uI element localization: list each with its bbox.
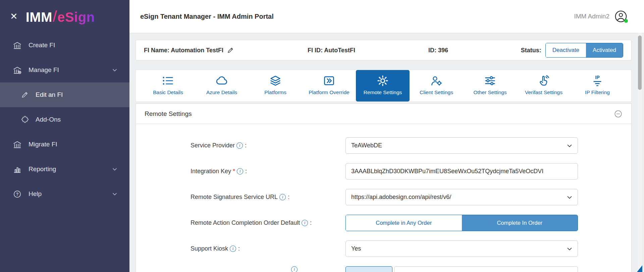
fi-id-text: FI ID: AutoTestFI: [308, 47, 428, 54]
hand-signal-icon: [537, 74, 550, 87]
tab-other-settings[interactable]: Other Settings: [463, 70, 517, 101]
logged-in-user: IMM Admin2: [574, 13, 609, 20]
header-user-area: IMM Admin2: [574, 10, 633, 23]
field-label-text: Integration Key: [191, 168, 231, 175]
sidebar-item-label: Manage FI: [29, 66, 59, 74]
remote-settings-section-header: Remote Settings: [136, 104, 632, 124]
tab-label: Verifast Settings: [525, 89, 562, 95]
sidebar-item-migrate-fi[interactable]: Migrate FI: [0, 132, 129, 157]
layers-icon: [269, 74, 282, 87]
app-window: ✕ IMM/eSign Create FI Manage FI: [0, 0, 644, 272]
chevron-down-icon: [566, 245, 573, 253]
support-kiosk-row: Support Kiosk i : Yes: [191, 241, 631, 257]
field-label-text: Remote Signatures Service URL: [191, 194, 278, 201]
vertical-scrollbar[interactable]: [638, 33, 642, 272]
integration-key-value: 3AAABLblqZhD30DKWBPu7imEU8SeeWxOu52TQydc…: [351, 168, 543, 175]
bank-arrow-icon: [13, 140, 22, 149]
label-colon: :: [238, 245, 240, 252]
field-label-text: Remote Action Completion Order Default: [191, 219, 300, 226]
remote-settings-form: Service Provider i : TeAWebDE Integratio…: [136, 124, 632, 272]
sidebar-item-reporting[interactable]: Reporting: [0, 157, 129, 182]
tab-ip-filtering[interactable]: IP IP Filtering: [571, 70, 624, 101]
partial-field-label: i: [191, 266, 345, 272]
bank-gear-icon: [13, 66, 22, 75]
info-icon[interactable]: i: [236, 142, 243, 149]
ip-filter-icon: IP: [591, 74, 604, 87]
complete-any-order-button[interactable]: Complete in Any Order: [346, 215, 462, 231]
remote-signatures-url-value: https://api.adobesign.com/api/rest/v6/: [351, 194, 451, 201]
chevron-down-icon: [111, 191, 118, 197]
tab-remote-settings[interactable]: Remote Settings: [356, 70, 410, 101]
info-icon[interactable]: i: [291, 266, 298, 272]
remote-signatures-url-select[interactable]: https://api.adobesign.com/api/rest/v6/: [345, 189, 578, 205]
cloud-icon: [215, 74, 228, 87]
tab-label: IP Filtering: [585, 89, 610, 95]
app-logo: IMM/eSign: [26, 7, 95, 25]
tab-platform-override[interactable]: Platform Override: [302, 70, 356, 101]
puzzle-icon: [21, 116, 29, 124]
chevron-down-icon: [111, 166, 118, 173]
integration-key-row: Integration Key * i : 3AAABLblqZhD30DKWB…: [191, 163, 631, 180]
tab-azure-details[interactable]: Azure Details: [195, 70, 249, 101]
completion-order-label: Remote Action Completion Order Default i…: [191, 219, 345, 226]
sidebar-item-create-fi[interactable]: Create FI: [0, 33, 129, 58]
completion-order-toggle: Complete in Any Order Complete In Order: [345, 215, 578, 231]
label-colon: :: [245, 142, 247, 149]
tab-verifast-settings[interactable]: Verifast Settings: [517, 70, 571, 101]
collapse-section-icon[interactable]: [614, 110, 623, 118]
pencil-icon: [21, 91, 29, 99]
record-id-text: ID: 396: [428, 47, 521, 54]
edit-fi-name-icon[interactable]: [227, 47, 234, 54]
online-status-dot: [624, 19, 628, 23]
next-field-row-partial: i: [191, 266, 631, 272]
user-gear-icon: [430, 74, 443, 87]
sidebar-item-label: Help: [29, 190, 42, 198]
info-icon[interactable]: i: [230, 246, 236, 252]
tab-client-settings[interactable]: Client Settings: [410, 70, 463, 101]
tab-label: Basic Details: [153, 89, 183, 95]
service-provider-select[interactable]: TeAWebDE: [345, 137, 578, 154]
support-kiosk-label: Support Kiosk i :: [191, 245, 345, 252]
required-mark: *: [233, 168, 235, 175]
tab-label: Azure Details: [206, 89, 237, 95]
integration-key-input[interactable]: 3AAABLblqZhD30DKWBPu7imEU8SeeWxOu52TQydc…: [345, 163, 578, 180]
logo-esign-text: eSign: [57, 10, 95, 24]
sidebar-item-help[interactable]: ? Help: [0, 182, 129, 206]
info-icon[interactable]: i: [279, 194, 286, 200]
tab-label: Client Settings: [420, 89, 453, 95]
bank-icon: [13, 41, 22, 50]
activated-button[interactable]: Activated: [586, 43, 623, 57]
svg-text:IP: IP: [595, 75, 600, 80]
label-colon: :: [288, 194, 289, 201]
info-icon[interactable]: i: [237, 168, 243, 175]
tab-platforms[interactable]: Platforms: [249, 70, 302, 101]
label-colon: :: [245, 168, 247, 175]
partial-toggle-right[interactable]: [394, 266, 578, 272]
tab-basic-details[interactable]: Basic Details: [141, 70, 195, 101]
tab-label: Platforms: [264, 89, 286, 95]
logo-imm-text: IMM: [26, 10, 52, 24]
sidebar-item-label: Create FI: [29, 42, 55, 49]
sidebar-item-manage-fi[interactable]: Manage FI: [0, 58, 129, 82]
scrollbar-thumb[interactable]: [638, 36, 642, 90]
chevron-down-icon: [111, 67, 118, 73]
complete-in-order-button[interactable]: Complete In Order: [462, 215, 578, 231]
status-group: Status: Deactivate Activated: [521, 43, 623, 58]
sidebar-item-add-ons[interactable]: Add-Ons: [0, 107, 129, 132]
user-avatar[interactable]: [614, 10, 627, 23]
partial-toggle-left[interactable]: [345, 266, 392, 272]
service-provider-value: TeAWebDE: [351, 142, 382, 149]
fi-name-group: FI Name: Automation TestFI: [144, 47, 308, 54]
info-icon[interactable]: i: [302, 220, 308, 226]
svg-text:?: ?: [16, 192, 19, 197]
tab-label: Platform Override: [309, 89, 349, 95]
close-icon[interactable]: ✕: [10, 12, 18, 21]
sidebar-nav: Create FI Manage FI Edit an FI: [0, 33, 129, 206]
deactivate-button[interactable]: Deactivate: [546, 43, 586, 57]
section-title: Remote Settings: [145, 110, 192, 118]
help-icon: ?: [13, 190, 22, 199]
sidebar-item-label: Migrate FI: [29, 141, 57, 148]
support-kiosk-select[interactable]: Yes: [345, 241, 578, 257]
chevron-down-icon: [566, 194, 573, 201]
sidebar-item-edit-an-fi[interactable]: Edit an FI: [0, 82, 129, 107]
